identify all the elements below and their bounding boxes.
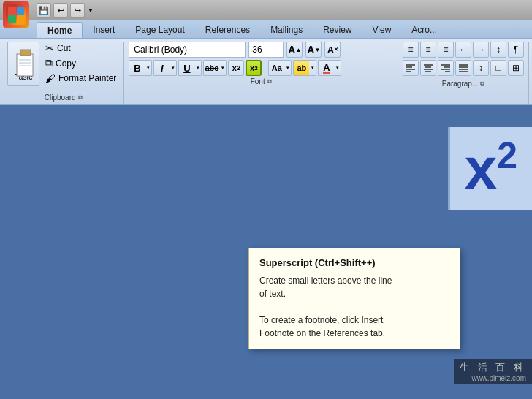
tab-page-layout[interactable]: Page Layout — [125, 22, 194, 38]
quick-access-toolbar: 💾 ↩ ↪ ▼ — [37, 0, 94, 20]
para-row1: ≡ ≡ ≡ ← → ↕ ¶ — [403, 42, 524, 58]
font-grow-button[interactable]: A▲ — [286, 42, 303, 58]
clipboard-expand-icon[interactable]: ⧉ — [78, 94, 83, 102]
align-left-button[interactable] — [403, 60, 419, 76]
font-color-arrow[interactable]: ▾ — [334, 60, 341, 76]
office-logo-q3 — [8, 15, 16, 23]
tooltip-line5: Footnote on the References tab. — [259, 328, 385, 338]
clipboard-group-content: Paste ✂ Cut ⧉ Copy 🖌 Format Painter — [7, 42, 119, 92]
shading-button[interactable]: □ — [490, 60, 506, 76]
paste-button[interactable]: Paste — [7, 42, 39, 86]
font-shrink-button[interactable]: A▼ — [305, 42, 322, 58]
format-painter-button[interactable]: 🖌 Format Painter — [42, 72, 119, 85]
tooltip-line4: To create a footnote, click Insert — [259, 315, 383, 325]
italic-button[interactable]: I — [153, 60, 170, 76]
save-button[interactable]: 💾 — [37, 3, 51, 18]
font-name-select[interactable]: Calibri (Body) — [129, 42, 246, 58]
tab-mailings[interactable]: Mailings — [260, 22, 313, 38]
office-button[interactable] — [3, 1, 29, 28]
tab-review[interactable]: Review — [313, 22, 362, 38]
redo-button[interactable]: ↪ — [70, 3, 85, 18]
paragraph-expand-icon[interactable]: ⧉ — [480, 80, 484, 88]
font-group: Calibri (Body) 36 A▲ A▼ A✕ B ▾ I ▾ — [124, 42, 398, 104]
cut-label: Cut — [57, 43, 71, 53]
title-bar: 💾 ↩ ↪ ▼ — [0, 0, 532, 20]
highlight-button[interactable]: ab — [293, 60, 309, 76]
align-right-button[interactable] — [438, 60, 454, 76]
format-painter-icon: 🖌 — [45, 72, 56, 84]
clipboard-actions: ✂ Cut ⧉ Copy 🖌 Format Painter — [42, 42, 119, 85]
bold-button[interactable]: B — [129, 60, 145, 76]
sort-button[interactable]: ↕ — [490, 42, 506, 58]
font-color-button[interactable]: A — [318, 60, 334, 76]
line-spacing-button[interactable]: ↕ — [473, 60, 489, 76]
paragraph-group: ≡ ≡ ≡ ← → ↕ ¶ — [398, 42, 529, 104]
copy-icon: ⧉ — [45, 57, 53, 69]
superscript-tooltip: Superscript (Ctrl+Shift++) Create small … — [248, 248, 460, 349]
divider — [265, 61, 265, 75]
underline-button[interactable]: U — [178, 60, 194, 76]
office-logo-q2 — [17, 7, 25, 15]
undo-button[interactable]: ↩ — [53, 3, 68, 18]
ribbon-content: Paste ✂ Cut ⧉ Copy 🖌 Format Painter — [0, 38, 532, 104]
align-center-button[interactable] — [420, 60, 436, 76]
font-row2: B ▾ I ▾ U ▾ abc ▾ x2 x2 — [129, 60, 393, 76]
tab-acrobat[interactable]: Acro... — [401, 22, 447, 38]
clear-format-button[interactable]: A✕ — [324, 42, 341, 58]
tab-view[interactable]: View — [362, 22, 402, 38]
tab-home[interactable]: Home — [37, 22, 83, 38]
font-group-label: Font ⧉ — [129, 76, 393, 88]
italic-arrow[interactable]: ▾ — [170, 60, 177, 76]
para-row2: ↕ □ ⊞ — [403, 60, 524, 76]
office-logo-q1 — [8, 7, 16, 15]
paragraph-group-label: Paragrap... ⧉ — [403, 78, 524, 90]
border-button[interactable]: ⊞ — [508, 60, 524, 76]
cut-button[interactable]: ✂ Cut — [42, 42, 119, 55]
ribbon: Home Insert Page Layout References Maili… — [0, 20, 532, 105]
bold-arrow[interactable]: ▾ — [145, 60, 152, 76]
multilevel-button[interactable]: ≡ — [438, 42, 454, 58]
watermark-url: www.bimeiz.com — [472, 374, 526, 382]
cut-icon: ✂ — [45, 42, 54, 54]
subscript-button[interactable]: x2 — [228, 60, 244, 76]
show-marks-button[interactable]: ¶ — [508, 42, 524, 58]
text-effects-arrow[interactable]: ▾ — [284, 60, 292, 76]
font-row1: Calibri (Body) 36 A▲ A▼ A✕ — [129, 42, 393, 58]
tooltip-title: Superscript (Ctrl+Shift++) — [259, 257, 449, 268]
tooltip-line1: Create small letters above the line — [259, 276, 392, 286]
watermark-chinese: 生 活 百 科 — [460, 361, 526, 374]
justify-button[interactable] — [455, 60, 471, 76]
quick-access-dropdown[interactable]: ▼ — [87, 3, 94, 18]
text-effects-button[interactable]: Aa — [268, 60, 284, 76]
font-size-select[interactable]: 36 — [248, 42, 284, 58]
decrease-indent-button[interactable]: ← — [455, 42, 471, 58]
increase-indent-button[interactable]: → — [473, 42, 489, 58]
tab-references[interactable]: References — [195, 22, 260, 38]
clipboard-group: Paste ✂ Cut ⧉ Copy 🖌 Format Painter — [3, 42, 124, 104]
watermark: 生 活 百 科 www.bimeiz.com — [454, 359, 532, 384]
strikethrough-arrow[interactable]: ▾ — [219, 60, 227, 76]
tooltip-line2: of text. — [259, 289, 286, 299]
main-area: x2 Superscript (Ctrl+Shift++) Create sma… — [0, 105, 532, 384]
strikethrough-button[interactable]: abc — [203, 60, 219, 76]
underline-arrow[interactable]: ▾ — [194, 60, 202, 76]
format-painter-label: Format Painter — [58, 73, 116, 83]
tooltip-body: Create small letters above the line of t… — [259, 274, 449, 340]
svg-rect-0 — [17, 54, 33, 76]
office-logo — [6, 4, 26, 25]
copy-label: Copy — [56, 58, 76, 69]
highlight-arrow[interactable]: ▾ — [309, 60, 316, 76]
paste-icon — [12, 47, 34, 72]
superscript-button[interactable]: x2 — [246, 60, 262, 76]
office-logo-q4 — [17, 15, 25, 23]
tab-bar: Home Insert Page Layout References Maili… — [0, 20, 532, 38]
tab-insert[interactable]: Insert — [83, 22, 125, 38]
numbering-button[interactable]: ≡ — [420, 42, 436, 58]
large-x2-display: x2 — [448, 127, 532, 210]
font-expand-icon[interactable]: ⧉ — [267, 78, 272, 86]
copy-button[interactable]: ⧉ Copy — [42, 56, 119, 70]
clipboard-group-label: Clipboard ⧉ — [7, 92, 119, 104]
bullets-button[interactable]: ≡ — [403, 42, 419, 58]
svg-rect-1 — [20, 50, 31, 56]
